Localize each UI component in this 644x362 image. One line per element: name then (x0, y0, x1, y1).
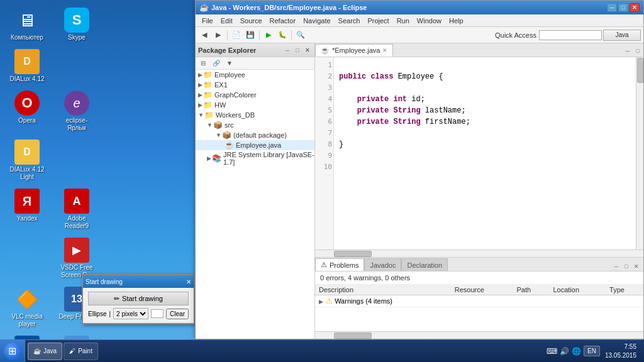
menu-window[interactable]: Window (413, 16, 445, 26)
scrollbar-thumb[interactable] (637, 58, 643, 83)
desktop-icon-dialux-light[interactable]: D DIALux 4.12 Light (5, 137, 49, 184)
editor-area: ☕ *Employee.java ✕ ─ □ 1234 5678 (315, 43, 643, 339)
menu-refactor[interactable]: Refactor (266, 16, 300, 26)
tree-item-employee-java[interactable]: ☕ Employee.java (196, 140, 314, 150)
problems-icon: ⚠ (321, 261, 327, 269)
tree-item-jre[interactable]: ▶ 📚 JRE System Library [JavaSE-1.7] (196, 150, 314, 167)
menu-navigate[interactable]: Navigate (299, 16, 334, 26)
editor-maximize-btn[interactable]: □ (633, 47, 642, 55)
clear-button[interactable]: Clear (166, 309, 189, 319)
menubar: File Edit Source Refactor Navigate Searc… (196, 14, 643, 27)
col-description: Description (315, 285, 451, 295)
library-icon: 📚 (212, 154, 221, 163)
code-line-1 (339, 60, 631, 71)
tree-item-hw[interactable]: ▶ 📁 HW (196, 100, 314, 110)
tab-problems[interactable]: ⚠ Problems (315, 258, 364, 271)
editor-tab-employee[interactable]: ☕ *Employee.java ✕ (315, 44, 393, 57)
separator: | (109, 310, 111, 317)
toolbar-sep-2 (259, 30, 260, 40)
tree-item-workersdb[interactable]: ▼ 📁 Workers_DB (196, 110, 314, 120)
minimize-button[interactable]: ─ (607, 3, 617, 12)
tab-close-btn[interactable]: ✕ (382, 47, 387, 53)
close-view-btn[interactable]: ✕ (303, 46, 312, 55)
desktop-icon-computer[interactable]: 🖥 Компьютер (5, 5, 49, 44)
warning-row-desc: ▶ ⚠ Warnings (4 items) (315, 295, 451, 307)
expand-icon[interactable]: ▶ (319, 299, 323, 305)
menu-help[interactable]: Help (445, 16, 467, 26)
table-row[interactable]: ▶ ⚠ Warnings (4 items) (315, 295, 643, 307)
maximize-button[interactable]: □ (618, 3, 628, 12)
taskbar-item-eclipse[interactable]: ☕ Java (28, 343, 62, 360)
language-indicator[interactable]: EN (584, 346, 600, 356)
editor-vertical-scrollbar[interactable] (636, 57, 643, 250)
code-content[interactable]: public class Employee { private int id; … (334, 57, 636, 250)
tab-declaration[interactable]: Declaration (401, 258, 448, 271)
tray-keyboard-icon[interactable]: ⌨ (547, 347, 557, 356)
drawing-popup: Start drawing ✕ ✏ Start drawing Ellipse … (82, 274, 195, 324)
package-icon: 📦 (213, 121, 223, 129)
collapse-all-btn[interactable]: ⊟ (197, 57, 209, 70)
desktop-icon-dialux[interactable]: D DIALux 4.12 (5, 47, 49, 85)
perspective-button[interactable]: Java (603, 30, 641, 41)
desktop-icon-label: VLC media player (8, 313, 47, 328)
bottom-h-scrollbar-thumb[interactable] (334, 332, 372, 339)
tree-item-src[interactable]: ▼ 📦 src (196, 120, 314, 130)
maximize-view-btn[interactable]: □ (293, 46, 302, 55)
tree-item-graphcolorer[interactable]: ▶ 📁 GraphColorer (196, 90, 314, 100)
taskbar-item-paint[interactable]: 🖌 Paint (64, 343, 98, 360)
menu-source[interactable]: Source (236, 16, 266, 26)
tray-speaker-icon[interactable]: 🔊 (560, 347, 569, 356)
editor-tab-label: *Employee.java (332, 47, 380, 54)
close-bottom-btn[interactable]: ✕ (632, 262, 641, 271)
start-button[interactable]: ⊞ (0, 340, 25, 363)
new-btn[interactable]: 📄 (230, 29, 243, 41)
system-clock[interactable]: 7:55 13.05.2015 (602, 343, 639, 360)
menu-run[interactable]: Run (393, 16, 413, 26)
main-toolbar: ◀ ▶ 📄 💾 ▶ 🐛 🔍 Quick Access Java (196, 27, 643, 43)
tab-javadoc[interactable]: Javadoc (364, 258, 401, 271)
maximize-bottom-btn[interactable]: □ (622, 262, 631, 271)
tree-item-employee[interactable]: ▶ 📁 Employee (196, 70, 314, 80)
tree-label: (default package) (233, 131, 287, 139)
desktop-icon-vlc[interactable]: 🔶 VLC media player (5, 284, 49, 331)
folder-icon: 📁 (204, 111, 214, 119)
bottom-horizontal-scrollbar[interactable] (315, 331, 643, 339)
view-menu-btn[interactable]: ▼ (223, 57, 236, 70)
desktop-icon-skype[interactable]: S Skype (55, 5, 99, 44)
code-editor[interactable]: 1234 5678 910 public class Employee { pr… (315, 57, 643, 250)
java-file-icon: ☕ (225, 141, 234, 150)
editor-horizontal-scrollbar[interactable] (315, 250, 643, 257)
desktop-icon-eclipse[interactable]: e eclipse-Ярлык (55, 88, 99, 134)
minimize-bottom-btn[interactable]: ─ (612, 262, 621, 271)
start-drawing-button[interactable]: ✏ Start drawing (88, 292, 189, 305)
col-location: Location (549, 285, 606, 295)
save-btn[interactable]: 💾 (244, 29, 257, 41)
tree-item-default-package[interactable]: ▼ 📦 (default package) (196, 130, 314, 140)
h-scrollbar-thumb[interactable] (334, 251, 372, 257)
tree-item-ex1[interactable]: ▶ 📁 EX1 (196, 80, 314, 90)
forward-btn[interactable]: ▶ (212, 29, 225, 41)
desktop-icon-adobe[interactable]: A Adobe Reader9 (55, 186, 99, 233)
close-button[interactable]: ✕ (630, 3, 640, 12)
minimize-view-btn[interactable]: ─ (283, 46, 292, 55)
desktop-icon-yandex[interactable]: Я Yandex (5, 186, 49, 233)
debug-btn[interactable]: 🐛 (276, 29, 289, 41)
menu-search[interactable]: Search (335, 16, 364, 26)
menu-project[interactable]: Project (364, 16, 392, 26)
menu-edit[interactable]: Edit (217, 16, 236, 26)
quick-access-label: Quick Access (495, 31, 536, 39)
link-editor-btn[interactable]: 🔗 (210, 57, 223, 70)
pixel-size-select[interactable]: 2 pixels 4 pixels (113, 308, 148, 319)
drawing-close-btn[interactable]: ✕ (186, 278, 191, 285)
menu-file[interactable]: File (198, 16, 217, 26)
back-btn[interactable]: ◀ (198, 29, 211, 41)
quick-access-input[interactable] (539, 30, 602, 40)
yandex-icon: Я (14, 189, 40, 214)
search-btn[interactable]: 🔍 (294, 29, 307, 41)
editor-minimize-btn[interactable]: ─ (623, 47, 632, 55)
run-btn[interactable]: ▶ (262, 29, 275, 41)
desktop-icon-opera[interactable]: O Opera (5, 88, 49, 134)
color-bar (151, 309, 164, 318)
skype-icon: S (64, 8, 89, 33)
tray-network-icon[interactable]: 🌐 (572, 347, 581, 356)
